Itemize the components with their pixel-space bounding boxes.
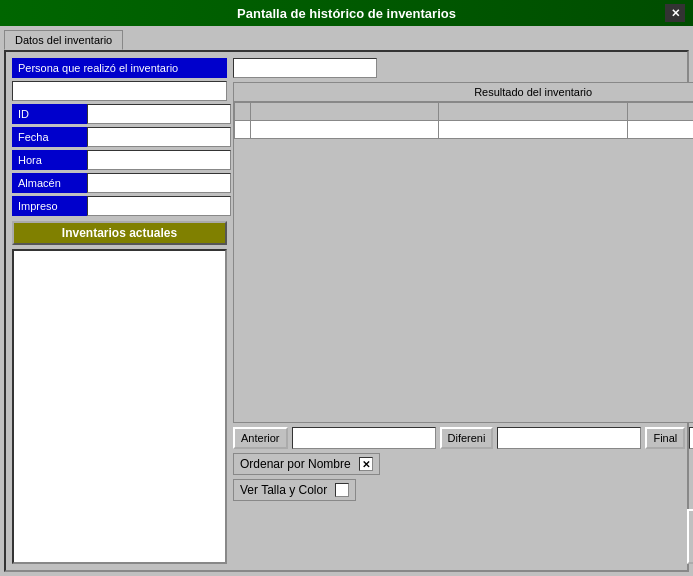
almacen-label: Almacén — [12, 173, 87, 193]
ver-talla-container: Ver Talla y Color — [233, 479, 356, 501]
fecha-row: Fecha — [12, 127, 227, 147]
top-input-row — [233, 58, 693, 78]
left-panel: Persona que realizó el inventario ID Fec… — [12, 58, 227, 564]
inventarios-actuales-button[interactable]: Inventarios actuales — [12, 221, 227, 245]
difereni-input[interactable] — [497, 427, 641, 449]
final-button[interactable]: Final — [645, 427, 685, 449]
bottom-buttons: Informe Salir — [233, 509, 693, 564]
col-check — [235, 103, 251, 121]
hora-row: Hora — [12, 150, 227, 170]
inventarios-list[interactable] — [12, 249, 227, 564]
resultado-table-container: ▲ ▼ — [234, 102, 693, 422]
final-input[interactable] — [689, 427, 693, 449]
close-button[interactable]: ✕ — [665, 4, 685, 22]
tab-bar: Datos del inventario — [4, 30, 689, 50]
fecha-label: Fecha — [12, 127, 87, 147]
almacen-row: Almacén — [12, 173, 227, 193]
persona-input-row — [12, 81, 227, 101]
hora-input[interactable] — [87, 150, 231, 170]
row-col1 — [251, 121, 439, 139]
impreso-label: Impreso — [12, 196, 87, 216]
row-col2 — [439, 121, 627, 139]
ordenar-container: Ordenar por Nombre ✕ — [233, 453, 380, 475]
hora-label: Hora — [12, 150, 87, 170]
nav-row: Anterior Difereni Final — [233, 427, 693, 449]
top-search-input[interactable] — [233, 58, 377, 78]
ordenar-checkbox[interactable]: ✕ — [359, 457, 373, 471]
row-check — [235, 121, 251, 139]
impreso-input[interactable] — [87, 196, 231, 216]
window-title: Pantalla de histórico de inventarios — [237, 6, 456, 21]
ver-talla-label: Ver Talla y Color — [240, 483, 327, 497]
title-bar: Pantalla de histórico de inventarios ✕ — [0, 0, 693, 26]
resultado-table — [234, 102, 693, 139]
id-input[interactable] — [87, 104, 231, 124]
close-icon: ✕ — [671, 7, 680, 20]
anterior-button[interactable]: Anterior — [233, 427, 288, 449]
table-row — [235, 121, 694, 139]
difereni-button[interactable]: Difereni — [440, 427, 494, 449]
col-1 — [251, 103, 439, 121]
persona-row: Persona que realizó el inventario — [12, 58, 227, 78]
anterior-input[interactable] — [292, 427, 436, 449]
resultado-section: Resultado del inventario — [233, 82, 693, 423]
persona-label: Persona que realizó el inventario — [12, 58, 227, 78]
col-2 — [439, 103, 627, 121]
ver-talla-checkbox[interactable] — [335, 483, 349, 497]
impreso-row: Impreso — [12, 196, 227, 216]
tab-datos-inventario[interactable]: Datos del inventario — [4, 30, 123, 50]
informe-button[interactable]: Informe — [687, 509, 693, 564]
almacen-input[interactable] — [87, 173, 231, 193]
fecha-input[interactable] — [87, 127, 231, 147]
ordenar-label: Ordenar por Nombre — [240, 457, 351, 471]
col-3 — [627, 103, 693, 121]
right-panel: Resultado del inventario — [233, 58, 693, 564]
content-area: Persona que realizó el inventario ID Fec… — [4, 50, 689, 572]
persona-input[interactable] — [12, 81, 227, 101]
row-col3 — [627, 121, 693, 139]
resultado-header: Resultado del inventario — [234, 83, 693, 102]
id-label: ID — [12, 104, 87, 124]
id-row: ID — [12, 104, 227, 124]
